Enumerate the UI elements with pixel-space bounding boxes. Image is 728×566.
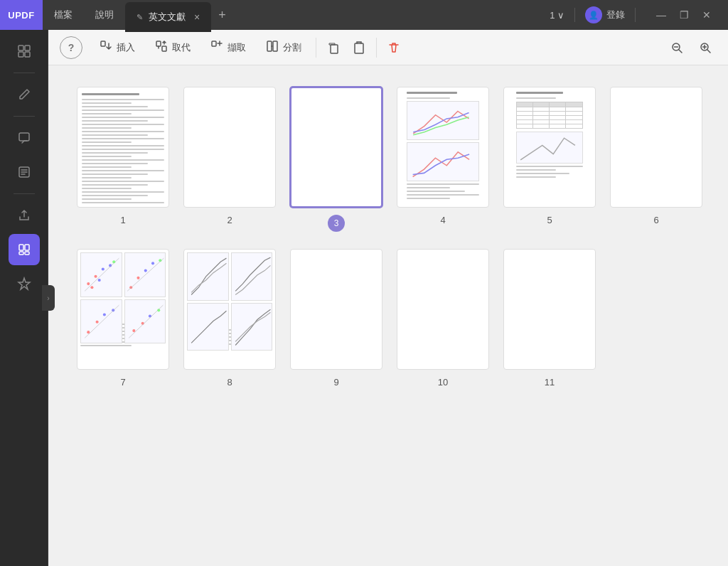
title-bar: UPDF 檔案 說明 ✎ 英文文獻 × + 1 ∨ 👤 登錄 — ❐ ✕ (0, 0, 728, 30)
tab-document[interactable]: ✎ 英文文獻 × (125, 2, 211, 32)
page-item[interactable]: 8 (183, 249, 276, 388)
page-thumbnail[interactable] (183, 87, 276, 208)
app-logo: UPDF (0, 0, 43, 30)
page-thumbnail[interactable] (397, 87, 489, 208)
new-tab-button[interactable]: + (211, 8, 233, 23)
page-thumbnail-selected[interactable] (290, 87, 382, 208)
sidebar-toggle[interactable]: › (42, 285, 55, 311)
svg-rect-16 (273, 41, 277, 51)
page-thumbnail[interactable] (610, 87, 702, 208)
svg-point-23 (102, 267, 105, 270)
svg-rect-18 (355, 43, 363, 53)
svg-marker-10 (18, 278, 30, 289)
page-item[interactable]: 2 (183, 87, 276, 232)
svg-point-38 (112, 309, 114, 311)
svg-point-21 (87, 282, 90, 285)
page-number: 4 (440, 215, 445, 225)
sidebar-icon-edit[interactable] (9, 79, 40, 110)
page-number: 11 (545, 377, 555, 388)
extract-label: 擷取 (228, 41, 246, 54)
page-item[interactable]: 6 (610, 87, 702, 232)
page-number: 8 (227, 377, 232, 388)
title-right: 1 ∨ 👤 登錄 — ❐ ✕ (550, 5, 728, 25)
replace-label: 取代 (172, 41, 191, 54)
tab-area: ✎ 英文文獻 × + (125, 0, 550, 30)
svg-point-30 (136, 277, 139, 279)
sidebar-icon-panels[interactable] (9, 36, 40, 67)
page-number: 7 (120, 377, 125, 388)
svg-line-28 (85, 258, 119, 291)
restore-button[interactable]: ❐ (674, 5, 694, 25)
page-item[interactable]: 7 (77, 249, 169, 388)
extract-button[interactable]: 擷取 (202, 36, 255, 60)
zoom-in-button[interactable] (694, 36, 717, 59)
svg-rect-4 (19, 133, 29, 141)
page-item[interactable]: 1 (77, 87, 169, 232)
sidebar-icon-organize[interactable] (9, 234, 40, 265)
split-button[interactable]: 分割 (257, 36, 310, 60)
page-thumbnail[interactable] (503, 249, 596, 370)
window-controls: — ❐ ✕ (646, 5, 719, 25)
sidebar-icon-form[interactable] (9, 156, 40, 188)
svg-point-37 (103, 313, 106, 316)
minimize-button[interactable]: — (651, 5, 671, 25)
insert-button[interactable]: 插入 (91, 36, 144, 60)
svg-point-27 (98, 279, 101, 282)
svg-rect-12 (156, 41, 161, 46)
page-item[interactable]: 4 (397, 87, 489, 232)
svg-line-44 (129, 305, 163, 338)
svg-point-41 (141, 321, 144, 324)
page-thumbnail[interactable] (77, 87, 169, 208)
page-item[interactable]: 9 (290, 249, 382, 388)
sidebar-divider-2 (14, 116, 35, 117)
page-thumbnail[interactable] (503, 87, 596, 208)
page-number: 9 (333, 377, 338, 388)
tab-title: 英文文獻 (149, 11, 186, 23)
replace-button[interactable]: 取代 (146, 36, 199, 60)
user-login-button[interactable]: 👤 登錄 (585, 6, 625, 23)
page-thumbnail[interactable] (77, 249, 169, 370)
close-button[interactable]: ✕ (697, 5, 717, 25)
delete-button[interactable] (382, 36, 405, 59)
page-number-selected: 3 (328, 215, 345, 232)
svg-rect-8 (19, 252, 23, 255)
page-number: 6 (653, 215, 658, 225)
toolbar-right (665, 36, 717, 59)
svg-point-31 (144, 269, 146, 272)
svg-rect-1 (25, 46, 30, 50)
page-item[interactable]: 5 (503, 87, 596, 232)
page-item[interactable]: 10 (397, 249, 489, 388)
menu-help[interactable]: 說明 (84, 0, 125, 30)
menu-file[interactable]: 檔案 (43, 0, 84, 30)
page-number: 1 (120, 215, 125, 225)
svg-line-39 (85, 305, 119, 338)
sidebar-icon-export[interactable] (9, 200, 40, 231)
content-area: ? 插入 (48, 30, 728, 566)
page-item[interactable]: 3 (290, 87, 382, 232)
svg-rect-6 (19, 245, 23, 250)
toolbar-separator-1 (316, 38, 316, 58)
page-item[interactable]: 11 (503, 249, 596, 388)
tab-edit-icon: ✎ (136, 13, 143, 22)
svg-rect-3 (25, 52, 30, 57)
pages-grid: 1 (77, 87, 700, 388)
svg-point-35 (87, 331, 90, 333)
sidebar-icon-comment[interactable] (9, 122, 40, 154)
svg-rect-0 (18, 46, 23, 50)
svg-rect-11 (101, 41, 105, 46)
tab-close-button[interactable]: × (194, 11, 200, 23)
toolbar: ? 插入 (48, 30, 728, 65)
help-button[interactable]: ? (60, 36, 82, 59)
svg-rect-2 (18, 52, 23, 57)
toolbar-separator-2 (376, 38, 377, 58)
user-label: 登錄 (606, 9, 625, 21)
page-indicator[interactable]: 1 ∨ (550, 10, 564, 21)
zoom-out-button[interactable] (665, 36, 688, 59)
sidebar-icon-ai[interactable] (9, 268, 40, 299)
copy-button[interactable] (322, 36, 345, 59)
paste-button[interactable] (348, 36, 370, 59)
page-thumbnail[interactable] (290, 249, 382, 370)
page-thumbnail[interactable] (397, 249, 489, 370)
user-avatar: 👤 (585, 6, 602, 23)
page-thumbnail[interactable] (183, 249, 276, 370)
